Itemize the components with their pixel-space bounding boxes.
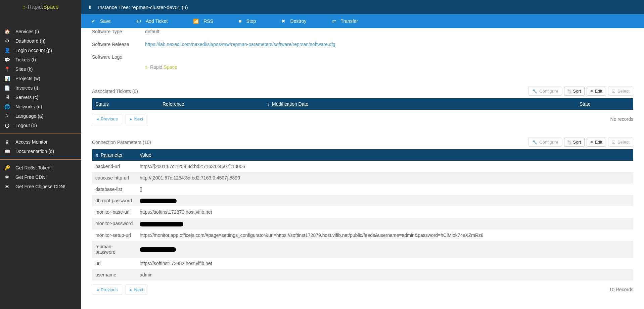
param-name: username xyxy=(92,269,136,280)
nav-icon: 🌐 xyxy=(4,104,10,109)
sort-icon: ⇅ xyxy=(568,140,571,145)
nav-icon: ⚙ xyxy=(4,38,10,44)
params-pager: ◂Previous ▸Next 10 Records xyxy=(92,285,633,295)
save-button[interactable]: ✔ Save xyxy=(85,14,117,28)
action-toolbar: ✔ Save 🏷 Add Ticket 📶 RSS ■ Stop ✖ Destr… xyxy=(81,14,644,28)
destroy-button[interactable]: ✖ Destroy xyxy=(275,14,312,28)
nav-main: 🏠Services (l)⚙Dashboard (h)👤Login Accoun… xyxy=(0,14,81,130)
sidebar-item[interactable]: 📊Projects (w) xyxy=(0,74,81,83)
col-status[interactable]: Status xyxy=(92,98,159,110)
params-prev-button[interactable]: ◂Previous xyxy=(92,285,122,295)
select-button[interactable]: ☑Select xyxy=(608,138,633,147)
brand-space: .Space xyxy=(42,4,59,10)
check-square-icon: ☑ xyxy=(612,89,615,94)
nav-icon: 🏳 xyxy=(4,113,10,119)
sidebar-item[interactable]: 🔑Get Re6st Token! xyxy=(0,163,81,172)
nav-icon: ✱ xyxy=(4,184,10,189)
table-row: repman-password xyxy=(92,241,633,258)
sidebar-item[interactable]: 📖Documentation (d) xyxy=(0,147,81,156)
add-ticket-button[interactable]: 🏷 Add Ticket xyxy=(130,14,174,28)
content: Software Type default Software Release h… xyxy=(81,28,644,309)
select-button[interactable]: ☑Select xyxy=(608,87,633,96)
param-name: monitor-password xyxy=(92,218,136,229)
table-row: monitor-password xyxy=(92,218,633,229)
sidebar-item[interactable]: 🏳Language (a) xyxy=(0,111,81,121)
tickets-prev-button[interactable]: ◂Previous xyxy=(92,114,122,124)
sidebar-item[interactable]: ⏻Logout (o) xyxy=(0,121,81,130)
nav-label: Dashboard (h) xyxy=(15,38,46,44)
redacted-value xyxy=(140,247,176,252)
stop-icon: ■ xyxy=(239,18,241,24)
configure-button[interactable]: 🔧Configure xyxy=(528,138,562,147)
edit-button[interactable]: ≡Edit xyxy=(587,87,606,96)
table-row: urlhttps://softinst172882.host.vifib.net xyxy=(92,258,633,269)
param-value: [] xyxy=(136,184,633,195)
nav-icon: 🖥 xyxy=(4,139,10,145)
sidebar-item[interactable]: 🖥Access Monitor xyxy=(0,137,81,147)
stop-button[interactable]: ■ Stop xyxy=(233,14,262,28)
tickets-actions: 🔧Configure ⇅Sort ≡Edit ☑Select xyxy=(528,87,633,96)
sidebar-item[interactable]: ⚙Dashboard (h) xyxy=(0,36,81,46)
sidebar-item[interactable]: 🏠Services (l) xyxy=(0,27,81,36)
rss-button[interactable]: 📶 RSS xyxy=(187,14,219,28)
software-release-label: Software Release xyxy=(92,42,145,47)
software-release-link[interactable]: https://lab.nexedi.com/nexedi/slapos/raw… xyxy=(145,42,335,47)
transfer-button[interactable]: ⇄ Transfer xyxy=(326,14,364,28)
col-state[interactable]: State xyxy=(576,98,633,110)
table-row: caucase-http-urlhttp://[2001:67c:1254:3d… xyxy=(92,172,633,184)
nav-icon: 🔑 xyxy=(4,165,10,170)
nav-label: Logout (o) xyxy=(15,123,37,128)
nav-icon: 📖 xyxy=(4,149,10,154)
check-icon: ✔ xyxy=(91,18,95,24)
sidebar-item[interactable]: ✱Get Free CDN! xyxy=(0,172,81,182)
redacted-value xyxy=(140,222,183,226)
sidebar-item[interactable]: 💬Tickets (t) xyxy=(0,55,81,64)
configure-button[interactable]: 🔧Configure xyxy=(528,87,562,96)
nav-icon: 📊 xyxy=(4,76,10,81)
tickets-table: Status Reference ⇩Modification Date Stat… xyxy=(92,98,633,110)
software-logo-label: Software Logo xyxy=(92,54,145,60)
param-value xyxy=(136,241,633,258)
close-icon: ✖ xyxy=(281,18,285,24)
param-name: backend-url xyxy=(92,161,136,172)
nav-label: Projects (w) xyxy=(15,76,40,81)
col-value[interactable]: Value xyxy=(136,149,633,161)
edit-button[interactable]: ≡Edit xyxy=(587,138,606,147)
sidebar-item[interactable]: 🗄Servers (c) xyxy=(0,93,81,102)
toolbar-label: Add Ticket xyxy=(146,18,168,24)
brand-logo[interactable]: ▷ Rapid.Space xyxy=(0,0,81,14)
brand-space: .Space xyxy=(163,64,177,70)
nav-label: Networks (n) xyxy=(15,104,42,109)
sidebar-item[interactable]: 🌐Networks (n) xyxy=(0,102,81,111)
param-value: https://monitor.app.officejs.com/#page=s… xyxy=(136,229,633,241)
logo-icon: ▷ xyxy=(145,64,149,70)
nav-icon: 📍 xyxy=(4,66,10,72)
sidebar-item[interactable]: ✱Get Free Chinese CDN! xyxy=(0,182,81,191)
up-arrow-icon[interactable]: ⬆ xyxy=(88,4,92,10)
nav-label: Invoices (i) xyxy=(15,85,38,91)
caret-left-icon: ◂ xyxy=(96,116,99,121)
sort-button[interactable]: ⇅Sort xyxy=(564,138,585,147)
software-type-value: default xyxy=(145,29,159,34)
param-name: caucase-http-url xyxy=(92,172,136,184)
nav-label: Get Free Chinese CDN! xyxy=(15,184,65,189)
sort-button[interactable]: ⇅Sort xyxy=(564,87,585,96)
sidebar-item[interactable]: 👤Login Account (p) xyxy=(0,46,81,55)
param-value: https://softinst172882.host.vifib.net xyxy=(136,258,633,269)
sidebar-item[interactable]: 📄Invoices (i) xyxy=(0,83,81,93)
col-reference[interactable]: Reference xyxy=(159,98,263,110)
col-modification-date[interactable]: ⇩Modification Date xyxy=(263,98,576,110)
sidebar-item[interactable]: 📍Sites (k) xyxy=(0,64,81,74)
params-next-button[interactable]: ▸Next xyxy=(126,285,148,295)
nav-icon: ⏻ xyxy=(4,123,10,128)
param-value: https://softinst172879.host.vifib.net xyxy=(136,206,633,218)
nav-label: Documentation (d) xyxy=(15,149,54,154)
software-logo-value: ▷ Rapid.Space xyxy=(92,61,633,73)
tickets-record-count: No records xyxy=(610,116,633,122)
tickets-pager: ◂Previous ▸Next No records xyxy=(92,114,633,124)
tickets-next-button[interactable]: ▸Next xyxy=(126,114,148,124)
col-parameter[interactable]: ⇧Parameter xyxy=(92,149,136,161)
nav-sec3: 🔑Get Re6st Token!✱Get Free CDN!✱Get Free… xyxy=(0,163,81,191)
redacted-value xyxy=(140,199,177,203)
toolbar-label: Transfer xyxy=(341,18,358,24)
